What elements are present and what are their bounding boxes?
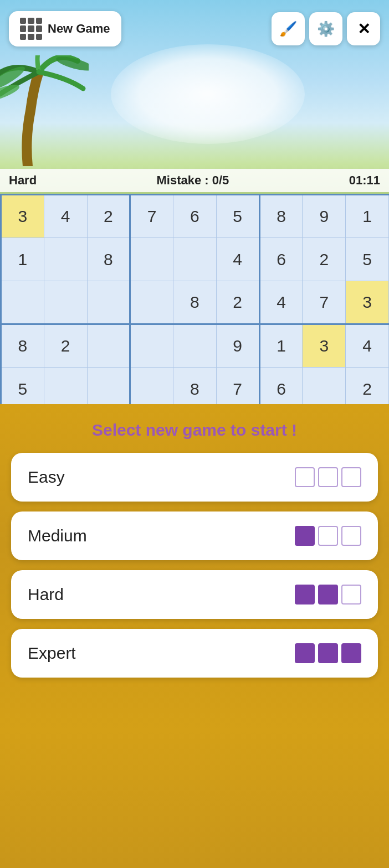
- close-button[interactable]: ✕: [347, 12, 380, 45]
- select-prompt: Select new game to start !: [92, 421, 297, 440]
- difficulty-bars: [295, 526, 361, 546]
- sudoku-cell[interactable]: 3: [346, 281, 389, 324]
- sudoku-cell[interactable]: 3: [1, 195, 44, 238]
- difficulty-bars: [295, 467, 361, 487]
- difficulty-label: Medium: [28, 526, 87, 545]
- sudoku-cell[interactable]: 3: [303, 324, 346, 368]
- sudoku-cell[interactable]: [87, 324, 130, 368]
- svg-point-1: [55, 55, 89, 74]
- sudoku-cell[interactable]: 7: [130, 195, 173, 238]
- sudoku-cell[interactable]: 2: [303, 238, 346, 281]
- palm-decoration: [0, 55, 89, 166]
- close-icon: ✕: [357, 20, 370, 38]
- gear-icon: ⚙️: [317, 20, 335, 38]
- difficulty-bar: [318, 467, 338, 487]
- sudoku-cell[interactable]: [44, 238, 87, 281]
- sudoku-cell[interactable]: [1, 281, 44, 324]
- difficulty-label: Expert: [28, 644, 76, 663]
- paint-icon: 🖌️: [279, 20, 297, 38]
- sudoku-cell[interactable]: 2: [87, 195, 130, 238]
- paint-button[interactable]: 🖌️: [272, 12, 305, 45]
- sudoku-cell[interactable]: [173, 238, 217, 281]
- sudoku-cell[interactable]: 8: [1, 324, 44, 368]
- new-game-label: New Game: [48, 22, 110, 36]
- difficulty-bar: [295, 643, 315, 663]
- sudoku-grid-area: 3427658911846258247382913458762: [0, 194, 389, 411]
- difficulty-overlay: Select new game to start ! EasyMediumHar…: [0, 404, 389, 868]
- sudoku-cell[interactable]: 8: [87, 238, 130, 281]
- cloud-decoration: [111, 44, 305, 144]
- difficulty-bar: [318, 585, 338, 604]
- sudoku-cell[interactable]: [44, 281, 87, 324]
- sudoku-cell[interactable]: 7: [303, 281, 346, 324]
- sudoku-cell[interactable]: [130, 238, 173, 281]
- sudoku-cell[interactable]: 8: [173, 281, 217, 324]
- sudoku-cell[interactable]: 6: [173, 195, 217, 238]
- difficulty-label: Hard: [28, 585, 64, 604]
- sudoku-cell[interactable]: 2: [44, 324, 87, 368]
- status-bar: Hard Mistake : 0/5 01:11: [0, 169, 389, 192]
- timer: 01:11: [349, 173, 380, 188]
- sudoku-cell[interactable]: 8: [259, 195, 303, 238]
- difficulty-bars: [295, 585, 361, 604]
- sudoku-cell[interactable]: 4: [216, 238, 259, 281]
- difficulty-option-medium[interactable]: Medium: [11, 512, 378, 560]
- difficulty-bar: [341, 467, 361, 487]
- new-game-button[interactable]: New Game: [9, 11, 121, 46]
- header-actions: 🖌️ ⚙️ ✕: [272, 12, 380, 45]
- sudoku-cell[interactable]: 6: [259, 238, 303, 281]
- settings-button[interactable]: ⚙️: [309, 12, 342, 45]
- difficulty-bar: [341, 643, 361, 663]
- grid-icon: [20, 18, 42, 40]
- sudoku-cell[interactable]: 1: [1, 238, 44, 281]
- difficulty-label: Easy: [28, 468, 65, 487]
- difficulty-bar: [295, 585, 315, 604]
- sudoku-cell[interactable]: 4: [346, 324, 389, 368]
- sudoku-cell[interactable]: [130, 281, 173, 324]
- mistake-counter: Mistake : 0/5: [157, 173, 229, 188]
- header: New Game 🖌️ ⚙️ ✕: [0, 11, 389, 46]
- sudoku-cell[interactable]: 5: [216, 195, 259, 238]
- sudoku-cell[interactable]: 5: [346, 238, 389, 281]
- difficulty-option-easy[interactable]: Easy: [11, 453, 378, 502]
- sudoku-cell[interactable]: [87, 281, 130, 324]
- sudoku-cell[interactable]: [130, 324, 173, 368]
- difficulty-bar: [318, 643, 338, 663]
- sudoku-cell[interactable]: 4: [259, 281, 303, 324]
- difficulty-option-hard[interactable]: Hard: [11, 570, 378, 619]
- difficulty-bar: [341, 526, 361, 546]
- sudoku-cell[interactable]: 1: [346, 195, 389, 238]
- sudoku-cell[interactable]: 4: [44, 195, 87, 238]
- sudoku-cell[interactable]: 9: [303, 195, 346, 238]
- sudoku-cell[interactable]: 2: [216, 281, 259, 324]
- difficulty-bar: [295, 467, 315, 487]
- difficulty-bar: [295, 526, 315, 546]
- sudoku-cell[interactable]: 9: [216, 324, 259, 368]
- difficulty-bars: [295, 643, 361, 663]
- sudoku-table: 3427658911846258247382913458762: [0, 194, 389, 411]
- difficulty-bar: [341, 585, 361, 604]
- sudoku-cell[interactable]: 1: [259, 324, 303, 368]
- sudoku-cell[interactable]: [173, 324, 217, 368]
- difficulty-option-expert[interactable]: Expert: [11, 629, 378, 678]
- difficulty-bar: [318, 526, 338, 546]
- difficulty-label: Hard: [9, 173, 37, 188]
